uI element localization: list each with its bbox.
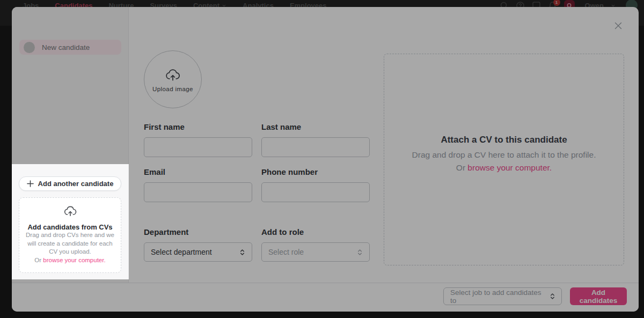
attach-cv-dropzone[interactable]: Attach a CV to this candidate Drag and d…: [384, 54, 624, 265]
cv-card-line: CV you upload.: [19, 248, 121, 256]
email-label: Email: [144, 167, 252, 176]
last-name-label: Last name: [261, 122, 370, 131]
cv-card-line: will create a candidate for each: [19, 240, 121, 248]
unfold-chevrons-icon: [238, 248, 246, 256]
department-select-value: Select department: [151, 248, 212, 256]
close-icon[interactable]: [613, 21, 623, 31]
add-another-candidate-label: Add another candidate: [38, 180, 114, 188]
department-select[interactable]: Select department: [144, 242, 252, 262]
add-candidates-button[interactable]: Add candidates: [570, 287, 627, 305]
role-group: Add to role Select role: [261, 227, 370, 262]
cloud-upload-icon: [63, 204, 77, 218]
role-select[interactable]: Select role: [261, 242, 370, 262]
job-select[interactable]: Select job to add candidates to: [443, 287, 562, 305]
cv-card-title: Add candidates from CVs: [19, 223, 121, 231]
notification-badge: 1: [553, 0, 560, 6]
email-group: Email: [144, 167, 252, 202]
upload-image-label: Upload image: [152, 86, 193, 92]
screen: Jobs Candidates Nurture Surveys Content …: [0, 0, 644, 318]
add-candidates-from-cvs-dropzone[interactable]: Add candidates from CVs Drag and drop CV…: [19, 197, 121, 273]
unfold-chevrons-icon: [548, 292, 557, 300]
first-name-label: First name: [144, 122, 252, 131]
cv-card-or-text: Or: [34, 257, 43, 263]
new-candidate-label: New candidate: [42, 43, 90, 51]
modal-footer: Select job to add candidates to Add cand…: [12, 283, 639, 312]
sidebar-item-new-candidate[interactable]: New candidate: [19, 40, 121, 55]
add-candidates-modal: Add candidates 1 New candidate Add anoth…: [12, 7, 639, 312]
attach-cv-content: Attach a CV to this candidate Drag and d…: [384, 135, 624, 173]
department-group: Department Select department: [144, 227, 252, 262]
browse-computer-link[interactable]: browse your computer.: [43, 257, 105, 263]
cloud-upload-icon: [165, 67, 181, 83]
add-to-role-label: Add to role: [261, 227, 370, 236]
last-name-input[interactable]: [261, 137, 370, 157]
candidate-avatar: [24, 42, 35, 53]
browse-computer-link[interactable]: browse your computer: [467, 163, 550, 172]
role-select-value: Select role: [268, 248, 304, 256]
first-name-group: First name: [144, 122, 252, 157]
phone-label: Phone number: [261, 167, 370, 176]
last-name-group: Last name: [261, 122, 370, 157]
job-select-value: Select job to add candidates to: [450, 289, 548, 305]
link-period: .: [550, 163, 552, 172]
candidates-sidebar: New candidate Add another candidate Add …: [12, 7, 129, 283]
email-field[interactable]: [144, 182, 252, 202]
attach-cv-instructions: Drag and drop a CV here to attach it to …: [384, 150, 624, 160]
cv-card-line: Drag and drop CVs here and we: [19, 231, 121, 240]
plus-icon: [27, 180, 34, 187]
phone-number-field[interactable]: [261, 182, 370, 202]
unfold-chevrons-icon: [356, 248, 364, 256]
first-name-input[interactable]: [144, 137, 252, 157]
phone-group: Phone number: [261, 167, 370, 202]
add-another-candidate-button[interactable]: Add another candidate: [19, 176, 121, 191]
attach-cv-or-text: Or: [456, 163, 468, 172]
attach-cv-title: Attach a CV to this candidate: [384, 135, 624, 145]
upload-image-button[interactable]: Upload image: [144, 50, 202, 108]
department-label: Department: [144, 227, 252, 236]
